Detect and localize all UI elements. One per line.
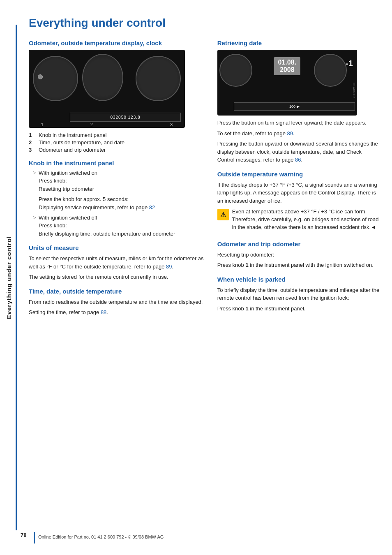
retrieving-text-2: To set the date, refer to page 89.	[217, 130, 380, 138]
sidebar-label: Everything under control	[5, 236, 12, 319]
numbered-list: 1 Knob in the instrument panel 2 Time, o…	[29, 132, 208, 153]
odometer-trip-title: Odometer and trip odometer	[217, 240, 380, 247]
instrument-cluster-image: 8:52 +66° 032050 123.8 1 2 3	[29, 50, 185, 128]
link-88[interactable]: 88	[101, 309, 106, 315]
label-1: 1	[41, 123, 44, 127]
item-num: 2	[29, 139, 35, 146]
list-item: 1 Knob in the instrument panel	[29, 132, 208, 138]
ignition-on-details: Press knob:Resetting trip odometer Press…	[39, 177, 208, 211]
when-parked-text2: Press knob 1 in the instrument panel.	[217, 305, 380, 313]
warning-icon: ⚠	[217, 209, 229, 220]
watermark: C1A06002	[352, 83, 356, 98]
sidebar-border	[16, 25, 17, 530]
odometer-section-title: Odometer, outside temperature display, c…	[29, 39, 208, 46]
ignition-off-details: Press knob:Briefly displaying time, outs…	[39, 222, 208, 238]
date-bar-text: 100 ▶	[289, 104, 300, 109]
units-text-1: To select the respective units of measur…	[29, 254, 208, 271]
page-number: 78	[21, 532, 33, 538]
odometer-value: 032050 123.8	[110, 115, 140, 120]
link-89-date[interactable]: 89	[287, 130, 293, 136]
gauge-center: 8:52 +66°	[82, 54, 123, 101]
when-parked-title: When vehicle is parked	[217, 276, 380, 283]
main-content: Everything under control Odometer, outsi…	[21, 0, 392, 331]
press-knob-5s: Press the knob for approx. 5 seconds:Dis…	[39, 195, 208, 211]
units-section-title: Units of measure	[29, 244, 208, 251]
item-text: Odometer and trip odometer	[39, 147, 106, 153]
time-date-text-2: Setting the time, refer to page 88.	[29, 308, 208, 317]
page-title: Everything under control	[29, 16, 380, 30]
footer-border	[34, 532, 35, 543]
list-item: 3 Odometer and trip odometer	[29, 147, 208, 153]
link-82[interactable]: 82	[149, 204, 155, 210]
knob-bullet-list: With ignition switched on Press knob:Res…	[33, 170, 208, 238]
bullet-item-ignition-off: With ignition switched off Press knob:Br…	[33, 215, 208, 238]
warning-box: ⚠ Even at temperatures above +37 °F / +3…	[217, 208, 380, 234]
link-86[interactable]: 86	[295, 157, 301, 163]
date-minus: -1	[346, 59, 353, 68]
footer-text: Online Edition for Part no. 01 41 2 600 …	[38, 532, 164, 541]
date-bar: 100 ▶	[234, 102, 355, 111]
right-column: Retrieving date 01.08.2008 -1 100 ▶ C1A0…	[217, 39, 380, 319]
bullet-item-ignition-on: With ignition switched on Press knob:Res…	[33, 170, 208, 211]
date-gauge-left	[219, 54, 252, 87]
item-num: 1	[29, 132, 35, 138]
when-parked-text1: To briefly display the time, outside tem…	[217, 286, 380, 302]
time-date-text-1: From radio readiness the outside tempera…	[29, 298, 208, 306]
date-image: 01.08.2008 -1 100 ▶ C1A06002	[217, 50, 357, 116]
item-num: 3	[29, 147, 35, 153]
time-date-section-title: Time, date, outside temperature	[29, 288, 208, 295]
label-2: 2	[90, 123, 93, 127]
link-89-units[interactable]: 89	[166, 264, 172, 270]
press-knob-1: Press knob:Resetting trip odometer	[39, 177, 208, 193]
knob-section-title: Knob in the instrument panel	[29, 160, 208, 166]
two-column-layout: Odometer, outside temperature display, c…	[29, 39, 380, 319]
retrieving-text-1: Press the button on turn signal lever up…	[217, 119, 380, 127]
label-3: 3	[170, 123, 173, 127]
outside-temp-text: If the display drops to +37 °F /+3 °C, a…	[217, 181, 380, 205]
outside-temp-title: Outside temperature warning	[217, 171, 380, 178]
knob-dot	[38, 74, 43, 79]
item-text: Time, outside temperature, and date	[39, 139, 125, 146]
ignition-on-label: With ignition switched on	[39, 170, 97, 176]
date-display: 01.08.2008	[274, 57, 300, 75]
odometer-trip-text1: Resetting trip odometer:	[217, 251, 380, 259]
retrieving-text-3: Pressing the button upward or downward s…	[217, 140, 380, 164]
retrieving-date-title: Retrieving date	[217, 39, 380, 46]
item-text: Knob in the instrument panel	[39, 132, 107, 138]
date-gauge-right	[314, 54, 347, 87]
sidebar: Everything under control	[0, 0, 17, 555]
list-item: 2 Time, outside temperature, and date	[29, 139, 208, 146]
left-column: Odometer, outside temperature display, c…	[29, 39, 208, 319]
units-text-2: The setting is stored for the remote con…	[29, 273, 208, 281]
gauge-right	[136, 56, 181, 101]
odometer-bar: 032050 123.8	[70, 113, 181, 122]
ignition-off-text: Press knob:Briefly displaying time, outs…	[39, 222, 208, 238]
ignition-off-label: With ignition switched off	[39, 215, 97, 221]
footer: 78 Online Edition for Part no. 01 41 2 6…	[21, 532, 380, 543]
odometer-trip-text2: Press knob 1 in the instrument panel wit…	[217, 261, 380, 269]
warning-text: Even at temperatures above +37 °F / +3 °…	[232, 208, 380, 231]
